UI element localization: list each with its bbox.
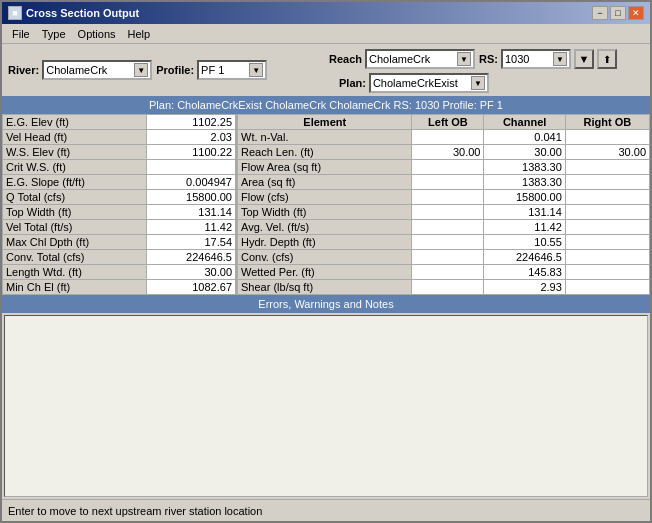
right-cell-right-ob (565, 265, 649, 280)
right-table-row: Flow (cfs)15800.00 (238, 190, 650, 205)
left-cell-value: 11.42 (146, 220, 235, 235)
left-table-row: Vel Total (ft/s)11.42 (3, 220, 236, 235)
right-cell-element: Flow Area (sq ft) (238, 160, 412, 175)
main-content: E.G. Elev (ft)1102.25Vel Head (ft)2.03W.… (2, 114, 650, 295)
right-cell-left-ob (412, 280, 484, 295)
col-channel: Channel (484, 115, 565, 130)
right-cell-left-ob (412, 265, 484, 280)
right-cell-channel: 0.041 (484, 130, 565, 145)
col-left-ob: Left OB (412, 115, 484, 130)
left-table-row: E.G. Slope (ft/ft)0.004947 (3, 175, 236, 190)
left-table-row: Crit W.S. (ft) (3, 160, 236, 175)
menu-help[interactable]: Help (122, 27, 157, 41)
right-cell-left-ob (412, 160, 484, 175)
rs-combo-arrow[interactable]: ▼ (553, 52, 567, 66)
right-cell-element: Shear (lb/sq ft) (238, 280, 412, 295)
left-cell-label: Crit W.S. (ft) (3, 160, 147, 175)
plan-combo-arrow[interactable]: ▼ (471, 76, 485, 90)
right-cell-element: Wt. n-Val. (238, 130, 412, 145)
right-table-row: Wetted Per. (ft)145.83 (238, 265, 650, 280)
left-cell-value: 30.00 (146, 265, 235, 280)
right-cell-channel: 15800.00 (484, 190, 565, 205)
right-cell-right-ob (565, 250, 649, 265)
right-cell-channel: 10.55 (484, 235, 565, 250)
left-cell-label: E.G. Elev (ft) (3, 115, 147, 130)
close-button[interactable]: ✕ (628, 6, 644, 20)
right-cell-left-ob (412, 175, 484, 190)
right-table-row: Wt. n-Val.0.041 (238, 130, 650, 145)
left-cell-label: Max Chl Dpth (ft) (3, 235, 147, 250)
right-cell-right-ob (565, 190, 649, 205)
right-cell-right-ob (565, 220, 649, 235)
status-bar: Enter to move to next upstream river sta… (2, 499, 650, 521)
right-table: Element Left OB Channel Right OB Wt. n-V… (237, 114, 650, 295)
right-table-row: Reach Len. (ft)30.0030.0030.00 (238, 145, 650, 160)
reach-value: CholameCrk (369, 53, 430, 65)
rs-down-btn[interactable]: ▼ (574, 49, 594, 69)
right-cell-right-ob (565, 235, 649, 250)
river-label: River: (8, 64, 39, 76)
plan-field-group: Plan: CholameCrkExist ▼ (339, 73, 489, 93)
left-table: E.G. Elev (ft)1102.25Vel Head (ft)2.03W.… (2, 114, 236, 295)
right-cell-left-ob (412, 190, 484, 205)
menu-type[interactable]: Type (36, 27, 72, 41)
menu-bar: File Type Options Help (2, 24, 650, 44)
profile-field-group: Profile: PF 1 ▼ (156, 60, 267, 80)
right-cell-channel: 131.14 (484, 205, 565, 220)
reach-combo[interactable]: CholameCrk ▼ (365, 49, 475, 69)
right-cell-right-ob (565, 175, 649, 190)
left-table-row: Min Ch El (ft)1082.67 (3, 280, 236, 295)
plan-label: Plan: (339, 77, 366, 89)
right-cell-element: Hydr. Depth (ft) (238, 235, 412, 250)
reach-combo-arrow[interactable]: ▼ (457, 52, 471, 66)
left-table-row: Q Total (cfs)15800.00 (3, 190, 236, 205)
reach-field-group: Reach CholameCrk ▼ (329, 49, 475, 69)
right-cell-right-ob: 30.00 (565, 145, 649, 160)
rs-combo[interactable]: 1030 ▼ (501, 49, 571, 69)
left-cell-value: 2.03 (146, 130, 235, 145)
menu-options[interactable]: Options (72, 27, 122, 41)
main-window: ■ Cross Section Output − □ ✕ File Type O… (0, 0, 652, 523)
right-cell-element: Area (sq ft) (238, 175, 412, 190)
errors-bar: Errors, Warnings and Notes (2, 295, 650, 313)
right-cell-channel: 224646.5 (484, 250, 565, 265)
plan-combo[interactable]: CholameCrkExist ▼ (369, 73, 489, 93)
left-cell-label: Q Total (cfs) (3, 190, 147, 205)
right-cell-channel: 2.93 (484, 280, 565, 295)
right-cell-left-ob (412, 220, 484, 235)
maximize-button[interactable]: □ (610, 6, 626, 20)
left-cell-value: 1082.67 (146, 280, 235, 295)
right-cell-element: Flow (cfs) (238, 190, 412, 205)
right-cell-element: Reach Len. (ft) (238, 145, 412, 160)
reach-label: Reach (329, 53, 362, 65)
profile-value: PF 1 (201, 64, 224, 76)
right-cell-element: Avg. Vel. (ft/s) (238, 220, 412, 235)
rs-label: RS: (479, 53, 498, 65)
left-cell-label: W.S. Elev (ft) (3, 145, 147, 160)
status-text: Enter to move to next upstream river sta… (8, 505, 262, 517)
minimize-button[interactable]: − (592, 6, 608, 20)
right-cell-channel: 1383.30 (484, 160, 565, 175)
profile-combo-arrow[interactable]: ▼ (249, 63, 263, 77)
river-combo[interactable]: CholameCrk ▼ (42, 60, 152, 80)
left-cell-value: 1102.25 (146, 115, 235, 130)
col-right-ob: Right OB (565, 115, 649, 130)
menu-file[interactable]: File (6, 27, 36, 41)
left-cell-value: 17.54 (146, 235, 235, 250)
right-cell-right-ob (565, 130, 649, 145)
right-cell-left-ob (412, 235, 484, 250)
profile-combo[interactable]: PF 1 ▼ (197, 60, 267, 80)
right-cell-right-ob (565, 160, 649, 175)
left-table-row: E.G. Elev (ft)1102.25 (3, 115, 236, 130)
left-cell-value: 1100.22 (146, 145, 235, 160)
right-cell-channel: 30.00 (484, 145, 565, 160)
left-cell-label: Conv. Total (cfs) (3, 250, 147, 265)
left-table-row: W.S. Elev (ft)1100.22 (3, 145, 236, 160)
river-combo-arrow[interactable]: ▼ (134, 63, 148, 77)
left-cell-value: 224646.5 (146, 250, 235, 265)
rs-up-btn[interactable]: ⬆ (597, 49, 617, 69)
right-cell-channel: 11.42 (484, 220, 565, 235)
river-value: CholameCrk (46, 64, 107, 76)
right-cell-left-ob: 30.00 (412, 145, 484, 160)
right-table-row: Top Width (ft)131.14 (238, 205, 650, 220)
